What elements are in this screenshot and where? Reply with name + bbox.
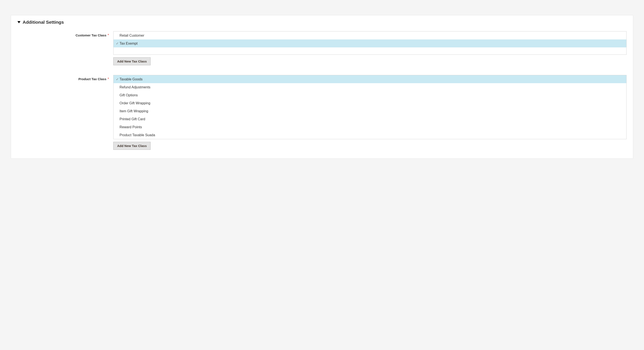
required-asterisk: *: [108, 77, 109, 81]
list-item[interactable]: ✓ Tax Exempt: [114, 40, 626, 48]
list-item-label: Item Gift Wrapping: [120, 109, 148, 113]
product-tax-class-listbox[interactable]: ✓ Taxable Goods Refund Adjustments Gift …: [113, 75, 626, 139]
list-item[interactable]: Retail Customer: [114, 32, 626, 40]
add-customer-tax-class-button[interactable]: Add New Tax Class: [113, 57, 150, 65]
list-item[interactable]: ✓ Taxable Goods: [114, 75, 626, 83]
list-item-label: Reward Points: [120, 125, 142, 129]
list-item[interactable]: Gift Options: [114, 91, 626, 99]
section-toggle[interactable]: Additional Settings: [18, 20, 626, 25]
checkmark-icon: ✓: [116, 41, 119, 46]
list-item-label: Taxable Goods: [120, 77, 142, 81]
customer-tax-class-listbox[interactable]: Retail Customer ✓ Tax Exempt: [113, 31, 626, 55]
list-item-label: Retail Customer: [120, 34, 144, 38]
list-item[interactable]: Product Taxable Suada: [114, 131, 626, 139]
product-tax-class-label-col: Product Tax Class*: [18, 75, 113, 81]
list-item-label: Order Gift Wrapping: [120, 101, 150, 105]
list-item-label: Gift Options: [120, 93, 138, 97]
check-slot: ✓: [115, 41, 119, 46]
customer-tax-class-row: Customer Tax Class* Retail Customer ✓ Ta…: [18, 31, 626, 65]
list-item[interactable]: Refund Adjustments: [114, 83, 626, 91]
additional-settings-panel: Additional Settings Customer Tax Class* …: [11, 15, 633, 159]
checkmark-icon: ✓: [116, 77, 119, 81]
customer-tax-class-input-col: Retail Customer ✓ Tax Exempt Add New Tax…: [113, 31, 626, 65]
list-item[interactable]: Item Gift Wrapping: [114, 107, 626, 115]
required-asterisk: *: [108, 34, 109, 37]
section-title: Additional Settings: [22, 20, 64, 25]
triangle-down-icon: [18, 21, 20, 23]
list-item-label: Printed Gift Card: [120, 117, 145, 121]
list-item-label: Tax Exempt: [120, 42, 138, 46]
list-item-label: Product Taxable Suada: [120, 133, 155, 137]
list-item[interactable]: Order Gift Wrapping: [114, 99, 626, 107]
list-item[interactable]: Printed Gift Card: [114, 115, 626, 123]
product-tax-class-row: Product Tax Class* ✓ Taxable Goods Refun…: [18, 75, 626, 150]
add-product-tax-class-button[interactable]: Add New Tax Class: [113, 142, 150, 150]
product-tax-class-label: Product Tax Class: [78, 77, 106, 81]
list-item-label: Refund Adjustments: [120, 85, 150, 89]
customer-tax-class-label-col: Customer Tax Class*: [18, 31, 113, 37]
product-tax-class-input-col: ✓ Taxable Goods Refund Adjustments Gift …: [113, 75, 626, 150]
list-item[interactable]: Reward Points: [114, 123, 626, 131]
check-slot: ✓: [115, 77, 119, 81]
customer-tax-class-label: Customer Tax Class: [76, 34, 106, 37]
